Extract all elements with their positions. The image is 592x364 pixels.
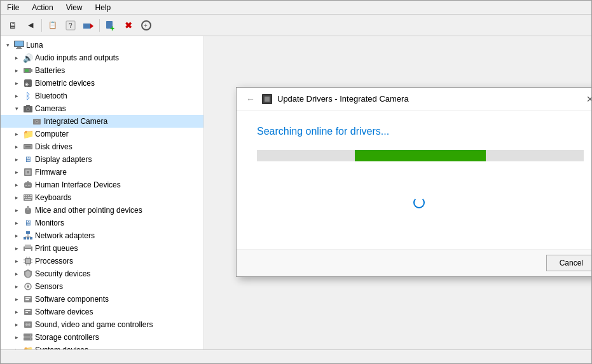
software-dev-label: Software devices — [35, 307, 93, 316]
svg-point-23 — [36, 121, 38, 123]
monitors-label: Monitors — [35, 219, 64, 227]
svg-rect-56 — [26, 259, 30, 263]
svg-rect-42 — [25, 199, 31, 200]
firmware-icon — [23, 167, 33, 177]
tree-item-batteries[interactable]: ▸ Batteries — [1, 64, 203, 77]
mice-icon — [23, 205, 33, 215]
hid-chevron: ▸ — [12, 180, 21, 189]
tree-item-software-components[interactable]: ▸ Software components — [1, 293, 203, 306]
tree-item-storage[interactable]: ▸ Storage controllers — [1, 331, 203, 344]
dialog-back-button[interactable]: ← — [244, 93, 257, 105]
integrated-camera-label: Integrated Camera — [44, 117, 107, 126]
toolbar-sep-2 — [99, 19, 100, 32]
tree-item-computer[interactable]: ▸ 📁 Computer — [1, 128, 203, 140]
tree-item-system[interactable]: ▸ 📁 System devices — [1, 344, 203, 349]
svg-point-75 — [25, 323, 28, 326]
tree-item-disk[interactable]: ▸ Disk drives — [1, 140, 203, 153]
sensors-icon — [23, 281, 33, 292]
toolbar-properties[interactable]: 📋 — [45, 17, 61, 34]
svg-rect-53 — [25, 245, 31, 248]
tree-item-hid[interactable]: ▸ Human Interface Devices — [1, 179, 203, 191]
tree-item-sound[interactable]: ▸ Sound, video and game controllers — [1, 318, 203, 331]
svg-point-19 — [27, 109, 29, 111]
tree-item-mice[interactable]: ▸ Mice and other pointing devices — [1, 204, 203, 217]
tree-item-audio[interactable]: ▸ 🔊 Audio inputs and outputs — [1, 51, 203, 64]
spinner-area — [257, 172, 584, 234]
tree-item-network[interactable]: ▸ Network adapters — [1, 229, 203, 242]
svg-marker-3 — [90, 24, 93, 29]
tree-item-integrated-camera[interactable]: Integrated Camera — [1, 115, 203, 128]
tree-item-cameras[interactable]: ▾ Cameras — [1, 102, 203, 115]
display-icon: 🖥 — [23, 154, 33, 165]
disk-label: Disk drives — [35, 142, 72, 151]
toolbar-computer[interactable]: 🖥 — [4, 17, 21, 34]
tree-item-monitors[interactable]: ▸ 🖥 Monitors — [1, 217, 203, 229]
tree-item-sensors[interactable]: ▸ Sensors — [1, 280, 203, 293]
svg-rect-54 — [25, 249, 31, 252]
biometric-label: Biometric devices — [35, 79, 95, 88]
disk-icon — [23, 142, 33, 152]
storage-icon — [23, 332, 33, 342]
svg-point-80 — [30, 339, 31, 340]
tree-item-processors[interactable]: ▸ Processors — [1, 255, 203, 267]
svg-rect-31 — [27, 181, 29, 184]
toolbar-scan[interactable]: + — [138, 17, 155, 34]
computer-label: Computer — [35, 130, 69, 138]
svg-point-79 — [30, 335, 31, 336]
dialog-title-left: ← Update Drivers - Integrated Camera — [244, 93, 409, 105]
firmware-label: Firmware — [35, 168, 67, 177]
toolbar-add[interactable]: + — [102, 17, 119, 34]
tree-root[interactable]: ▾ Luna — [1, 39, 203, 51]
svg-rect-37 — [28, 195, 29, 196]
menu-file[interactable]: File — [4, 3, 22, 13]
svg-rect-9 — [15, 41, 24, 46]
system-icon: 📁 — [23, 345, 33, 349]
svg-point-66 — [27, 285, 29, 288]
svg-text:+: + — [144, 22, 148, 29]
storage-label: Storage controllers — [35, 333, 99, 342]
toolbar-update-driver[interactable] — [80, 17, 97, 34]
tree-item-keyboards[interactable]: ▸ Keyboards — [1, 191, 203, 204]
tree-item-bluetooth[interactable]: ▸ ᛒ Bluetooth — [1, 90, 203, 102]
tree-item-display[interactable]: ▸ 🖥 Display adapters — [1, 153, 203, 166]
tree-item-firmware[interactable]: ▸ Firmware — [1, 166, 203, 179]
dialog-close-button[interactable]: ✕ — [584, 93, 591, 105]
processors-icon — [23, 256, 33, 266]
computer-icon-tree: 📁 — [23, 129, 33, 139]
menu-view[interactable]: View — [64, 3, 85, 13]
svg-text:◈: ◈ — [25, 81, 29, 87]
tree-panel: ▾ Luna ▸ 🔊 Audio inputs and outputs ▸ Ba… — [1, 36, 204, 349]
cancel-button[interactable]: Cancel — [546, 255, 591, 271]
toolbar-back[interactable]: ◀ — [22, 17, 39, 34]
svg-rect-40 — [26, 197, 27, 198]
print-icon — [23, 243, 33, 253]
monitors-icon: 🖥 — [23, 218, 33, 228]
svg-rect-2 — [83, 24, 90, 29]
menu-action[interactable]: Action — [29, 3, 55, 13]
tree-root-label: Luna — [26, 41, 43, 50]
sensors-label: Sensors — [35, 282, 63, 291]
tree-item-software-devices[interactable]: ▸ Software devices — [1, 306, 203, 318]
keyboards-icon — [23, 192, 33, 203]
bluetooth-icon: ᛒ — [23, 91, 33, 101]
software-dev-icon — [23, 307, 33, 317]
svg-rect-36 — [26, 195, 27, 196]
tree-item-security[interactable]: ▸ Security devices — [1, 267, 203, 280]
tree-item-biometric[interactable]: ▸ ◈ Biometric devices — [1, 77, 203, 90]
biometric-chevron: ▸ — [12, 79, 21, 88]
toolbar-help[interactable]: ? — [62, 17, 79, 34]
svg-rect-69 — [25, 297, 31, 299]
main-window: File Action View Help 🖥 ◀ 📋 ? + ✖ + ▾ — [0, 0, 592, 364]
print-label: Print queues — [35, 244, 78, 253]
display-chevron: ▸ — [12, 155, 21, 164]
tree-item-print[interactable]: ▸ Print queues — [1, 242, 203, 255]
menu-help[interactable]: Help — [93, 3, 114, 13]
progress-bar-container — [257, 150, 584, 161]
batteries-icon — [23, 65, 33, 76]
mice-chevron: ▸ — [12, 206, 21, 215]
batteries-chevron: ▸ — [12, 66, 21, 75]
toolbar-uninstall[interactable]: ✖ — [120, 17, 137, 34]
svg-rect-14 — [25, 69, 29, 72]
print-chevron: ▸ — [12, 244, 21, 253]
hid-label: Human Interface Devices — [35, 180, 121, 189]
